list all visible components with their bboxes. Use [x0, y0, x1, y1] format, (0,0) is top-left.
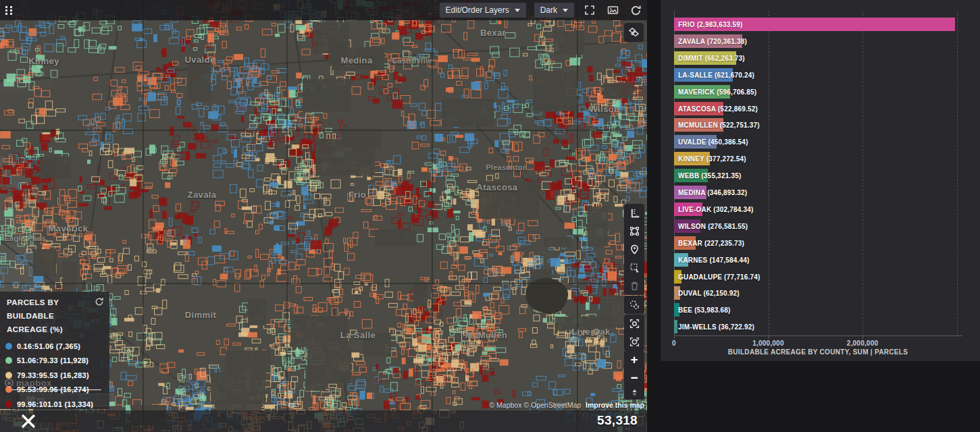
chart-bar-label: WEBB (355,321.35): [678, 169, 741, 182]
legend-color-dot: [5, 401, 12, 408]
city-label: Castroville: [392, 57, 432, 65]
chart-axis-title: BUILDABLE ACREAGE BY COUNTY, SUM | PARCE…: [728, 348, 908, 356]
refresh-button[interactable]: [628, 3, 643, 18]
chart-bar-label: DUVAL (62,150.92): [678, 286, 740, 300]
county-label: McMullen: [465, 330, 507, 340]
axis-tick-label: 1,000,000: [752, 340, 783, 347]
image-icon: [607, 5, 619, 16]
chart-bar-label: UVALDE (450,386.54): [678, 135, 748, 148]
tilt-toggle[interactable]: [624, 385, 644, 400]
scale-bar: [12, 389, 101, 390]
chart-bar-label: BEE (53,983.68): [678, 303, 731, 317]
draw-rectangle-icon[interactable]: [624, 222, 644, 240]
mapbox-icon: [5, 379, 14, 387]
chart-bar-label: LA-SALLE (621,670.24): [678, 68, 754, 82]
county-label: Wilson: [590, 104, 620, 114]
axis-tick: [862, 335, 863, 339]
map-toolbar: Edit/Order Layers Dark: [0, 0, 647, 20]
chart-bar-label: DIMMIT (662,263.73): [678, 51, 745, 65]
delete-icon[interactable]: [624, 277, 644, 295]
lasso-icon[interactable]: [624, 296, 644, 314]
zoom-out-button[interactable]: −: [624, 369, 644, 387]
refresh-icon: [630, 5, 642, 16]
chart-bar-jim-wells[interactable]: [674, 320, 677, 333]
chart-gridline: [957, 11, 958, 335]
legend-item-label: 51.06:79.33 (11,928): [17, 356, 88, 364]
legend-item: 51.06:79.33 (11,928): [5, 354, 104, 369]
select-polygon-icon[interactable]: [624, 259, 644, 277]
close-icon: [20, 412, 37, 430]
chart-bar-label: FRIO (2,983,633.59): [678, 18, 743, 31]
chart-bar-label: KARNES (147,584.44): [678, 253, 750, 267]
legend-item: 0.16:51.06 (7,365): [5, 339, 104, 354]
chart-bar-label: MAVERICK (596,706.85): [678, 85, 756, 99]
reset-view-icon[interactable]: [624, 333, 644, 351]
map-legend-toggle-button[interactable]: [624, 23, 644, 42]
selection-count: 53,318: [597, 413, 638, 428]
export-image-button[interactable]: [605, 3, 620, 18]
chart-bar-label: GUADALUPE (77,716.74): [678, 270, 760, 284]
edit-order-layers-label: Edit/Order Layers: [446, 5, 509, 15]
legend-color-dot: [5, 357, 12, 364]
drag-handle-icon[interactable]: [5, 6, 14, 15]
scale-label: 10 mi: [20, 394, 113, 406]
axis-tick-label: 0: [672, 340, 676, 347]
chart-bar-label: WILSON (276,581.55): [678, 219, 748, 233]
mapbox-logo[interactable]: mapbox: [5, 378, 52, 388]
legend-refresh-icon[interactable]: [95, 297, 104, 308]
city-label: Pleasanton: [486, 163, 527, 171]
city-label: Eagle Pass: [4, 234, 45, 242]
chart-bar-label: KINNEY (377,272.54): [678, 152, 746, 165]
draw-point-icon[interactable]: [624, 240, 644, 259]
legend-color-dot: [5, 343, 12, 350]
axis-tick: [769, 335, 769, 339]
chart-bar-label: ATASCOSA (522,869.52): [678, 102, 758, 115]
legend-item-label: 0.16:51.06 (7,365): [17, 342, 80, 350]
chart-panel: FRIO (2,983,633.59)ZAVALA (720,361.38)DI…: [661, 0, 980, 361]
attribution-osm[interactable]: © OpenStreetMap: [523, 401, 581, 409]
axis-tick: [674, 335, 675, 339]
chart-bar-label: LIVE-OAK (302,784.34): [678, 202, 753, 216]
close-button[interactable]: [18, 412, 39, 430]
edit-order-layers-button[interactable]: Edit/Order Layers: [440, 3, 526, 18]
basemap-select[interactable]: Dark: [534, 3, 574, 18]
chevron-down-icon: [563, 9, 568, 12]
ruler-icon[interactable]: [624, 204, 644, 222]
county-label: Bexar: [480, 28, 506, 38]
county-label: Live Oak: [571, 327, 610, 337]
center-map-icon[interactable]: [624, 315, 644, 333]
toolbar-actions: Edit/Order Layers Dark: [440, 3, 643, 18]
bottom-bar: 53,318: [0, 410, 647, 432]
axis-tick-label: 2,000,000: [847, 340, 878, 347]
chart-bar-label: MEDINA (346,893.32): [678, 186, 747, 199]
county-label: Kinney: [28, 56, 59, 66]
fullscreen-button[interactable]: [582, 3, 597, 18]
chart-bar-label: BEXAR (227,235.73): [678, 236, 744, 250]
layers-diamond-icon: [628, 26, 640, 38]
map-attribution[interactable]: © Mapbox © OpenStreetMap Improve this ma…: [489, 401, 644, 409]
chart-bar-label: ZAVALA (720,361.38): [678, 34, 747, 48]
zoom-in-button[interactable]: +: [624, 350, 644, 369]
attribution-mapbox[interactable]: © Mapbox: [489, 401, 521, 409]
fullscreen-icon: [584, 5, 595, 16]
map-area[interactable]: KinneyUvaldeMedinaBexarWilsonZavalaFrioA…: [0, 0, 647, 432]
county-label: La Salle: [340, 330, 376, 340]
chart-bar-label: MCMULLEN (522,751.37): [678, 118, 760, 132]
county-label: Maverick: [49, 223, 88, 234]
chart-bar-label: JIM-WELLS (36,722.92): [678, 320, 754, 333]
chart-gridline: [862, 11, 863, 335]
county-label: Uvalde: [184, 55, 215, 65]
county-label: Frio: [349, 190, 366, 200]
county-label: Zavala: [188, 190, 217, 200]
chart-gridline: [769, 11, 769, 335]
chevron-down-icon: [515, 9, 520, 12]
map-legend: PARCELS BY BUILDABLE ACREAGE (%) 0.16:51…: [0, 292, 109, 409]
county-label: Dimmit: [185, 310, 216, 320]
county-label: Atascosa: [476, 182, 517, 192]
mapbox-wordmark: mapbox: [16, 378, 52, 388]
basemap-label: Dark: [540, 5, 557, 15]
legend-title: PARCELS BY BUILDABLE ACREAGE (%): [0, 292, 109, 336]
chart-axis-line: [674, 335, 962, 336]
county-label: Medina: [340, 55, 372, 65]
attribution-improve-link[interactable]: Improve this map: [586, 401, 644, 409]
